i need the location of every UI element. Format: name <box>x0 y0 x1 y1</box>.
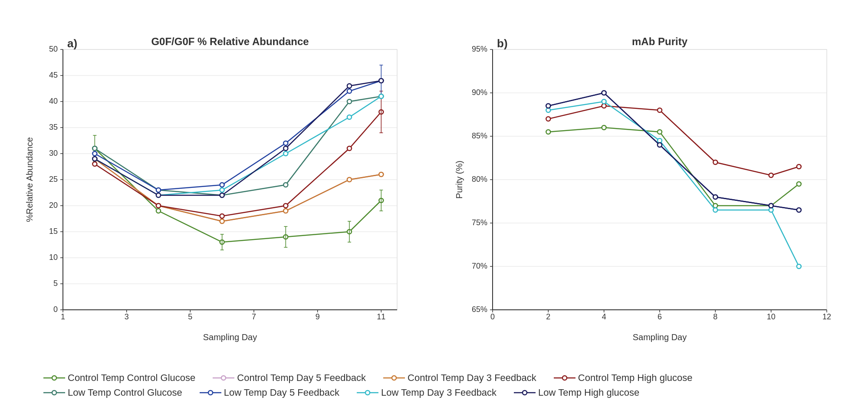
legend-item: Low Temp Day 3 Feedback <box>357 387 496 398</box>
svg-text:5: 5 <box>53 279 58 288</box>
svg-text:%Relative Abundance: %Relative Abundance <box>25 137 34 222</box>
legend-row: Control Temp Control Glucose Control Tem… <box>43 372 693 384</box>
svg-point-170 <box>797 182 801 186</box>
svg-point-83 <box>283 209 288 213</box>
legend-item: Low Temp Control Glucose <box>43 387 182 398</box>
svg-point-210 <box>523 391 527 395</box>
svg-text:12: 12 <box>822 312 831 321</box>
svg-text:90%: 90% <box>472 88 487 97</box>
svg-point-190 <box>602 91 606 95</box>
svg-point-82 <box>220 219 224 223</box>
svg-text:40: 40 <box>49 97 58 105</box>
svg-point-173 <box>658 108 662 112</box>
svg-text:Sampling Day: Sampling Day <box>203 332 257 342</box>
svg-text:5: 5 <box>188 312 192 321</box>
svg-point-54 <box>156 209 161 213</box>
legend-line-icon <box>554 375 575 381</box>
svg-point-86 <box>92 162 97 166</box>
svg-point-200 <box>392 376 396 380</box>
svg-text:4: 4 <box>602 312 606 321</box>
svg-point-187 <box>769 208 773 212</box>
svg-point-193 <box>769 204 773 208</box>
svg-point-113 <box>283 151 288 156</box>
svg-text:30: 30 <box>49 149 58 158</box>
legend-line-icon <box>383 375 405 381</box>
legend-row: Low Temp Control Glucose Low Temp Day 5 … <box>43 387 639 398</box>
svg-point-99 <box>347 99 352 104</box>
svg-point-120 <box>347 84 352 88</box>
svg-text:75%: 75% <box>472 218 487 227</box>
legend-item: Control Temp Day 3 Feedback <box>383 372 536 384</box>
svg-text:85%: 85% <box>472 131 487 140</box>
left-chart: 135791105101520253035404550Sampling Day%… <box>24 32 414 345</box>
svg-point-172 <box>602 104 606 108</box>
svg-text:0: 0 <box>490 312 495 321</box>
svg-point-206 <box>208 391 213 395</box>
svg-text:95%: 95% <box>472 45 487 53</box>
svg-point-186 <box>713 208 717 212</box>
legend-label: Low Temp High glucose <box>538 387 639 398</box>
svg-text:mAb Purity: mAb Purity <box>632 36 688 47</box>
svg-text:3: 3 <box>125 312 129 321</box>
svg-point-165 <box>546 130 550 134</box>
legend-line-icon <box>514 390 536 396</box>
legend-item: Control Temp Day 5 Feedback <box>213 372 366 384</box>
svg-text:25: 25 <box>49 175 58 184</box>
svg-point-87 <box>156 204 161 208</box>
legend-label: Low Temp Control Glucose <box>68 387 182 398</box>
svg-point-121 <box>379 79 383 83</box>
svg-point-101 <box>92 151 97 156</box>
svg-text:G0F/G0F % Relative Abundance: G0F/G0F % Relative Abundance <box>151 36 309 47</box>
svg-text:10: 10 <box>767 312 776 321</box>
svg-text:11: 11 <box>377 312 385 321</box>
svg-point-184 <box>602 99 606 104</box>
svg-text:70%: 70% <box>472 262 487 270</box>
legend-item: Control Temp High glucose <box>554 372 693 384</box>
svg-point-119 <box>283 146 288 151</box>
svg-point-175 <box>769 173 773 177</box>
svg-point-105 <box>347 89 352 93</box>
svg-point-84 <box>347 177 352 182</box>
svg-text:Purity (%): Purity (%) <box>454 161 464 199</box>
svg-point-176 <box>797 164 801 169</box>
svg-point-117 <box>156 193 161 197</box>
svg-text:b): b) <box>497 37 508 50</box>
legend-line-icon <box>357 390 378 396</box>
svg-text:9: 9 <box>316 312 320 321</box>
svg-point-102 <box>156 188 161 192</box>
svg-point-114 <box>347 115 352 119</box>
svg-text:a): a) <box>67 37 77 50</box>
legend-label: Control Temp High glucose <box>578 372 693 384</box>
legend-item: Low Temp Day 5 Feedback <box>200 387 339 398</box>
svg-point-191 <box>658 143 662 147</box>
svg-point-116 <box>92 157 97 161</box>
svg-text:0: 0 <box>53 305 58 314</box>
svg-text:80%: 80% <box>472 175 487 184</box>
svg-point-171 <box>546 117 550 121</box>
svg-text:2: 2 <box>546 312 550 321</box>
svg-point-104 <box>283 141 288 145</box>
svg-text:50: 50 <box>49 45 58 53</box>
svg-point-192 <box>713 195 717 199</box>
legend-label: Control Temp Day 3 Feedback <box>408 372 536 384</box>
svg-point-85 <box>379 172 383 177</box>
svg-point-89 <box>283 204 288 208</box>
svg-point-196 <box>52 376 56 380</box>
svg-point-167 <box>658 130 662 134</box>
svg-text:1: 1 <box>61 312 65 321</box>
svg-text:Sampling Day: Sampling Day <box>633 332 687 342</box>
svg-text:10: 10 <box>49 253 58 262</box>
svg-text:8: 8 <box>713 312 717 321</box>
legend-line-icon <box>213 375 234 381</box>
legend-label: Control Temp Control Glucose <box>68 372 195 384</box>
svg-point-202 <box>562 376 567 380</box>
svg-point-88 <box>220 214 224 218</box>
legend-line-icon <box>43 390 65 396</box>
svg-text:35: 35 <box>49 123 58 131</box>
svg-point-98 <box>283 183 288 187</box>
charts-container: 135791105101520253035404550Sampling Day%… <box>0 0 868 368</box>
svg-point-185 <box>658 138 662 143</box>
svg-point-90 <box>347 146 352 151</box>
svg-point-183 <box>546 108 550 112</box>
svg-point-112 <box>220 188 224 192</box>
